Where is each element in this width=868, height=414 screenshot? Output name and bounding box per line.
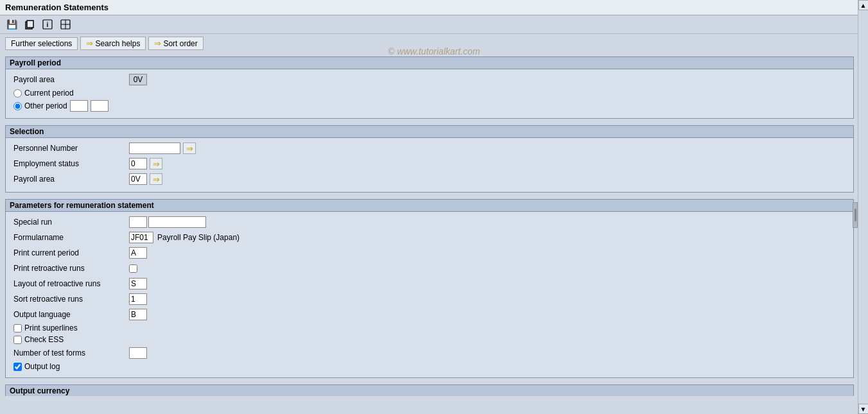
- employment-status-label: Employment status: [13, 159, 129, 168]
- current-period-radio[interactable]: [13, 89, 22, 98]
- layout-retroactive-row: Layout of retroactive runs: [13, 277, 846, 290]
- sort-retroactive-label: Sort retroactive runs: [13, 295, 129, 304]
- print-retroactive-checkbox[interactable]: [129, 264, 137, 273]
- personnel-number-arrow-btn[interactable]: ⇒: [183, 142, 196, 154]
- parameters-header: Parameters for remuneration statement: [6, 200, 853, 212]
- selection-payroll-area-arrow-btn[interactable]: ⇒: [150, 173, 162, 185]
- selection-section: Selection Personnel Number ⇒ Employment …: [5, 125, 854, 193]
- check-ess-checkbox[interactable]: [13, 336, 22, 344]
- print-superlines-row: Print superlines: [13, 323, 846, 332]
- print-current-period-label: Print current period: [13, 248, 129, 257]
- other-period-input1[interactable]: [70, 100, 88, 112]
- further-selections-label: Further selections: [11, 39, 72, 48]
- page-title: Remuneration Statements: [5, 3, 863, 12]
- selection-payroll-area-row: Payroll area ⇒: [13, 173, 846, 185]
- tab-further-selections[interactable]: Further selections: [5, 37, 78, 50]
- payroll-period-header: Payroll period: [6, 57, 853, 69]
- number-test-forms-label: Number of test forms: [13, 349, 129, 358]
- other-period-radio[interactable]: [13, 102, 22, 110]
- sort-retroactive-input[interactable]: [129, 293, 147, 305]
- special-run-input1[interactable]: [129, 216, 147, 228]
- main-content: Payroll period Payroll area Current peri…: [0, 53, 868, 396]
- search-helps-arrow-icon: ⇒: [86, 39, 93, 48]
- output-language-row: Output language: [13, 308, 846, 321]
- svg-rect-1: [27, 21, 33, 28]
- tab-sort-order[interactable]: ⇒ Sort order: [148, 37, 203, 50]
- layout-retroactive-label: Layout of retroactive runs: [13, 279, 129, 288]
- output-currency-header: Output currency: [6, 385, 853, 396]
- print-current-period-input[interactable]: [129, 247, 147, 259]
- employment-status-row: Employment status ⇒: [13, 157, 846, 170]
- parameters-body: Special run Formularname Payroll Pay Sli…: [6, 212, 853, 377]
- tab-search-helps[interactable]: ⇒ Search helps: [80, 37, 146, 50]
- payroll-area-row: Payroll area: [13, 73, 846, 86]
- check-ess-label: Check ESS: [24, 335, 64, 344]
- title-bar: Remuneration Statements: [0, 0, 868, 15]
- info-icon[interactable]: i: [41, 18, 54, 31]
- formularname-input[interactable]: [129, 232, 153, 243]
- tab-bar: Further selections ⇒ Search helps ⇒ Sort…: [0, 34, 868, 53]
- personnel-number-label: Personnel Number: [13, 144, 129, 153]
- toolbar: 💾 i © www.tutorialkart.com: [0, 15, 868, 34]
- print-retroactive-row: Print retroactive runs: [13, 262, 846, 275]
- output-currency-section: Output currency For-period: [5, 384, 854, 396]
- save-icon[interactable]: 💾: [5, 18, 18, 31]
- print-superlines-label: Print superlines: [24, 323, 78, 332]
- print-current-period-row: Print current period: [13, 246, 846, 259]
- formularname-desc: Payroll Pay Slip (Japan): [157, 233, 239, 242]
- formularname-label: Formularname: [13, 233, 129, 242]
- formularname-row: Formularname Payroll Pay Slip (Japan): [13, 231, 846, 244]
- other-period-inputs: [70, 100, 108, 112]
- print-retroactive-label: Print retroactive runs: [13, 264, 129, 273]
- selection-body: Personnel Number ⇒ Employment status ⇒ P…: [6, 138, 853, 192]
- settings-icon[interactable]: [59, 18, 72, 31]
- current-period-row: Current period: [13, 89, 846, 98]
- copy-icon[interactable]: [23, 18, 36, 31]
- personnel-number-row: Personnel Number ⇒: [13, 142, 846, 155]
- output-log-row: Output log: [13, 362, 846, 371]
- other-period-row: Other period: [13, 100, 846, 112]
- parameters-section: Parameters for remuneration statement Sp…: [5, 199, 854, 378]
- svg-text:i: i: [47, 21, 49, 28]
- number-test-forms-row: Number of test forms: [13, 347, 846, 359]
- employment-status-input[interactable]: [129, 158, 147, 169]
- selection-payroll-area-label: Payroll area: [13, 175, 129, 184]
- special-run-label: Special run: [13, 218, 129, 227]
- output-language-input[interactable]: [129, 309, 147, 320]
- check-ess-row: Check ESS: [13, 335, 846, 344]
- print-superlines-checkbox[interactable]: [13, 324, 22, 332]
- other-period-input2[interactable]: [91, 100, 108, 112]
- output-log-label: Output log: [24, 362, 60, 371]
- special-run-row: Special run: [13, 216, 846, 229]
- resize-handle[interactable]: [853, 202, 858, 228]
- scrollbar[interactable]: ▲ ▼: [858, 0, 868, 396]
- output-language-label: Output language: [13, 310, 129, 319]
- sort-retroactive-row: Sort retroactive runs: [13, 293, 846, 306]
- selection-header: Selection: [6, 126, 853, 138]
- payroll-period-body: Payroll area Current period Other period: [6, 69, 853, 118]
- personnel-number-input[interactable]: [129, 142, 180, 154]
- selection-payroll-area-input[interactable]: [129, 173, 147, 185]
- payroll-period-section: Payroll period Payroll area Current peri…: [5, 56, 854, 119]
- employment-status-arrow-btn[interactable]: ⇒: [150, 158, 162, 169]
- scroll-up-arrow[interactable]: ▲: [858, 0, 869, 10]
- payroll-area-label: Payroll area: [13, 75, 129, 84]
- payroll-area-input[interactable]: [129, 74, 147, 85]
- current-period-label: Current period: [24, 89, 74, 98]
- number-test-forms-input[interactable]: [129, 347, 147, 359]
- sort-order-arrow-icon: ⇒: [154, 39, 161, 48]
- sort-order-label: Sort order: [163, 39, 197, 48]
- other-period-label: Other period: [24, 101, 67, 110]
- search-helps-label: Search helps: [95, 39, 140, 48]
- output-log-checkbox[interactable]: [13, 363, 22, 371]
- layout-retroactive-input[interactable]: [129, 278, 147, 289]
- special-run-input2[interactable]: [148, 216, 206, 228]
